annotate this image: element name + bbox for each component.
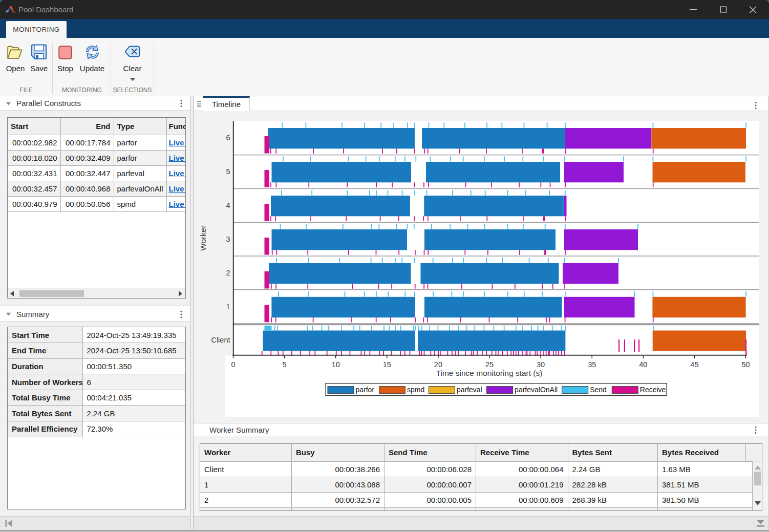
svg-text:4: 4 [226, 201, 230, 209]
svg-text:Receive: Receive [640, 386, 666, 394]
svg-text:1: 1 [226, 303, 230, 311]
svg-text:20: 20 [434, 360, 442, 369]
svg-text:0: 0 [231, 360, 235, 369]
svg-text:Send: Send [590, 386, 607, 394]
svg-text:25: 25 [485, 360, 494, 369]
svg-text:Client: Client [211, 336, 230, 344]
svg-text:Time since monitoring start (s: Time since monitoring start (s) [436, 369, 543, 377]
svg-text:parfevalOnAll: parfevalOnAll [515, 386, 558, 394]
svg-text:40: 40 [639, 360, 647, 369]
svg-text:15: 15 [383, 360, 391, 369]
svg-text:5: 5 [226, 167, 230, 176]
svg-text:parfor: parfor [356, 386, 375, 394]
svg-text:2: 2 [226, 269, 230, 277]
svg-text:35: 35 [588, 360, 596, 369]
svg-text:30: 30 [537, 360, 545, 369]
svg-text:10: 10 [332, 360, 340, 369]
svg-text:Worker: Worker [199, 225, 207, 251]
svg-text:6: 6 [226, 134, 230, 142]
svg-text:spmd: spmd [407, 386, 424, 394]
svg-text:parfeval: parfeval [457, 386, 482, 394]
svg-text:45: 45 [690, 360, 698, 369]
svg-text:3: 3 [226, 235, 230, 243]
svg-text:50: 50 [741, 360, 750, 369]
svg-text:5: 5 [283, 360, 287, 369]
